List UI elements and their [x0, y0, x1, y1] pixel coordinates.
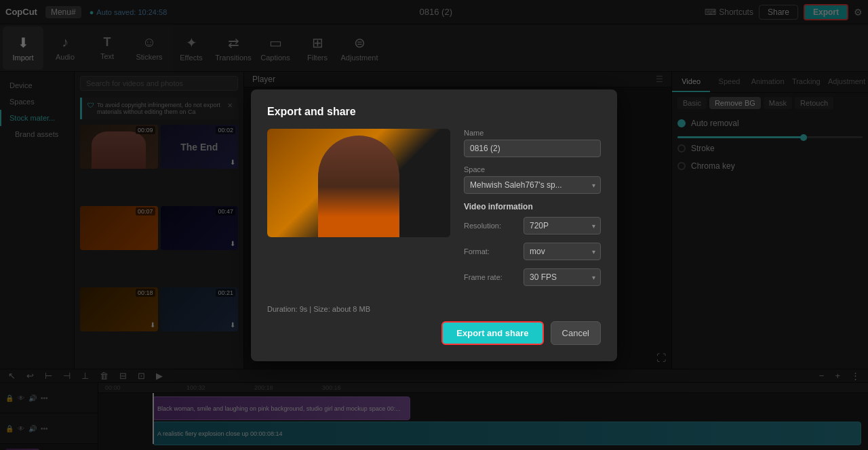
framerate-field: Frame rate: 24 FPS 30 FPS 60 FPS — [464, 268, 601, 286]
resolution-select[interactable]: 720P 1080P 4K — [524, 217, 601, 234]
name-input[interactable] — [464, 140, 601, 157]
name-field: Name — [464, 129, 601, 157]
modal-form: Name Space Mehwish Saleh767's sp... Vide… — [464, 129, 601, 294]
modal-preview — [267, 129, 450, 237]
resolution-label: Resolution: — [464, 222, 518, 230]
modal-footer: Duration: 9s | Size: about 8 MB Export a… — [267, 305, 601, 345]
cancel-button[interactable]: Cancel — [551, 321, 601, 345]
format-label: Format: — [464, 247, 518, 255]
space-select[interactable]: Mehwish Saleh767's sp... — [464, 176, 601, 194]
format-select-wrapper: mov mp4 avi — [524, 243, 601, 260]
modal-actions: Export and share Cancel — [267, 321, 601, 345]
name-label: Name — [464, 129, 601, 137]
resolution-select-wrapper: 720P 1080P 4K — [524, 217, 601, 234]
modal-overlay: Export and share Name Space Mehwish Sale… — [0, 0, 868, 450]
space-field: Space Mehwish Saleh767's sp... — [464, 165, 601, 194]
modal-body: Name Space Mehwish Saleh767's sp... Vide… — [267, 129, 601, 294]
modal-duration: Duration: 9s | Size: about 8 MB — [267, 305, 601, 313]
preview-person — [318, 136, 399, 237]
video-info-title: Video information — [464, 202, 601, 211]
space-select-wrapper: Mehwish Saleh767's sp... — [464, 176, 601, 194]
format-field: Format: mov mp4 avi — [464, 243, 601, 260]
preview-video — [267, 129, 450, 237]
export-modal: Export and share Name Space Mehwish Sale… — [251, 89, 617, 361]
format-select[interactable]: mov mp4 avi — [524, 243, 601, 260]
framerate-label: Frame rate: — [464, 273, 518, 281]
modal-title: Export and share — [267, 106, 601, 118]
space-label: Space — [464, 165, 601, 173]
resolution-field: Resolution: 720P 1080P 4K — [464, 217, 601, 234]
framerate-select-wrapper: 24 FPS 30 FPS 60 FPS — [524, 268, 601, 286]
export-and-share-button[interactable]: Export and share — [441, 321, 543, 345]
framerate-select[interactable]: 24 FPS 30 FPS 60 FPS — [524, 268, 601, 286]
